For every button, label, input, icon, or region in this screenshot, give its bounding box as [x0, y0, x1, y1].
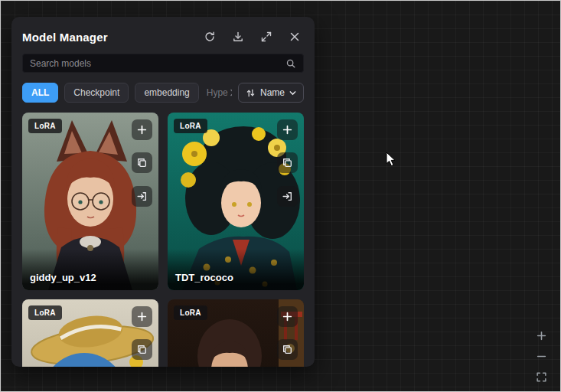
model-name: giddy_up_v12	[22, 249, 158, 290]
model-card[interactable]: LoRA	[168, 299, 304, 367]
model-type-badge: LoRA	[174, 119, 207, 133]
model-type-badge: LoRA	[174, 305, 207, 320]
download-icon[interactable]	[232, 31, 244, 43]
model-name: TDT_rococo	[168, 249, 304, 290]
filter-tab-label: Hype	[207, 88, 228, 97]
chevron-down-icon	[289, 90, 296, 96]
zoom-out-button[interactable]	[534, 349, 548, 363]
refresh-icon[interactable]	[204, 31, 216, 43]
search-bar	[22, 54, 304, 73]
filter-tab-embedding[interactable]: embedding	[135, 83, 198, 103]
node-editor-canvas[interactable]: Model Manager	[0, 0, 561, 392]
panel-header[interactable]: Model Manager	[22, 28, 304, 46]
filter-tab-checkpoint[interactable]: Checkpoint	[64, 83, 129, 103]
model-card[interactable]: LoRA TDT_rococo	[168, 113, 304, 290]
model-card[interactable]: LoRA giddy_up_v12	[22, 113, 158, 290]
add-model-button[interactable]	[277, 306, 298, 327]
model-type-badge: LoRA	[28, 119, 62, 133]
sort-icon	[246, 88, 256, 98]
chevron-right-icon	[229, 89, 232, 96]
model-type-badge: LoRA	[28, 305, 62, 320]
mouse-cursor	[386, 152, 396, 167]
copy-icon[interactable]	[277, 339, 298, 360]
search-input[interactable]	[30, 58, 285, 69]
copy-icon[interactable]	[132, 339, 152, 360]
filter-bar: ALL Checkpoint embedding Hype Name	[22, 83, 304, 103]
copy-icon[interactable]	[132, 152, 152, 173]
load-model-icon[interactable]	[132, 186, 152, 207]
sort-label: Name	[260, 87, 285, 98]
search-icon[interactable]	[285, 58, 296, 69]
add-model-button[interactable]	[132, 119, 152, 140]
add-model-button[interactable]	[132, 306, 152, 327]
load-model-icon[interactable]	[277, 186, 298, 207]
copy-icon[interactable]	[277, 152, 298, 173]
model-manager-panel: Model Manager	[11, 17, 315, 367]
panel-header-actions	[204, 31, 304, 43]
model-card-grid: LoRA giddy_up_v12	[22, 113, 304, 367]
filter-tab-hypernetwork[interactable]: Hype	[205, 83, 232, 102]
canvas-toolbar	[534, 328, 548, 384]
close-icon[interactable]	[289, 31, 301, 43]
zoom-in-button[interactable]	[534, 328, 548, 342]
sort-dropdown[interactable]: Name	[238, 83, 304, 103]
page-title: Model Manager	[22, 31, 108, 44]
model-card[interactable]: LoRA	[22, 299, 158, 367]
filter-tab-all[interactable]: ALL	[22, 83, 58, 103]
fit-view-button[interactable]	[534, 370, 548, 384]
add-model-button[interactable]	[277, 119, 298, 140]
expand-icon[interactable]	[260, 31, 272, 43]
